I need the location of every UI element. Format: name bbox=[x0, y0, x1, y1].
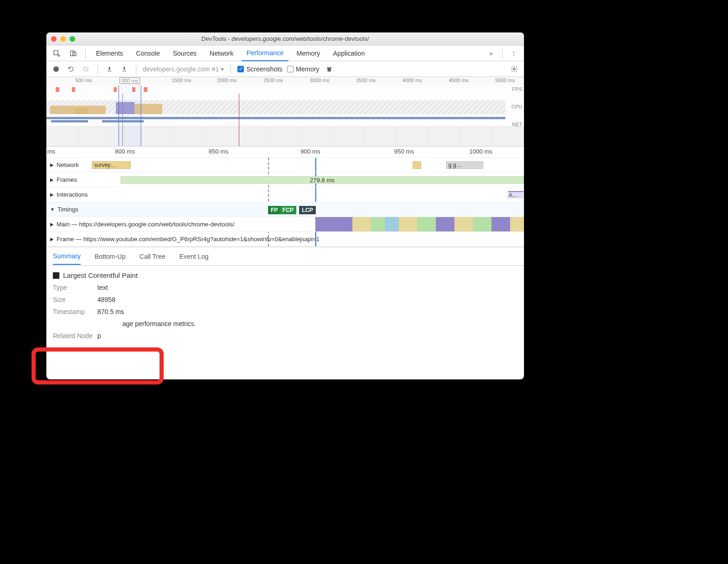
titlebar: DevTools - developers.google.com/web/too… bbox=[46, 32, 524, 45]
clear-icon[interactable] bbox=[81, 64, 91, 74]
tab-memory[interactable]: Memory bbox=[292, 45, 325, 61]
expand-icon[interactable]: ▶ bbox=[50, 192, 54, 197]
timeline-overview[interactable]: 500 ms 000 ms 1500 ms 2000 ms 2500 ms 30… bbox=[46, 77, 524, 147]
divider bbox=[97, 64, 98, 74]
expand-icon[interactable]: ▶ bbox=[50, 177, 54, 182]
perf-toolbar: developers.google.com #1 ▾ ✓Screenshots … bbox=[46, 61, 524, 77]
lcp-badge[interactable]: LCP bbox=[299, 206, 316, 214]
color-marker bbox=[53, 272, 59, 279]
overflow-icon[interactable]: » bbox=[485, 47, 498, 60]
frame-bar[interactable]: 279.6 ms bbox=[121, 176, 524, 184]
upload-icon[interactable] bbox=[104, 64, 115, 74]
kebab-icon[interactable]: ⋮ bbox=[507, 47, 520, 60]
expand-icon[interactable]: ▶ bbox=[50, 162, 54, 167]
recording-select[interactable]: developers.google.com #1 ▾ bbox=[143, 65, 224, 73]
fp-badge[interactable]: FP bbox=[268, 206, 281, 214]
fps-lane bbox=[46, 87, 505, 92]
result-tabs: Summary Bottom-Up Call Tree Event Log bbox=[46, 247, 524, 266]
divider bbox=[502, 48, 503, 58]
tab-summary[interactable]: Summary bbox=[53, 248, 81, 265]
tab-console[interactable]: Console bbox=[131, 45, 164, 61]
summary-panel: Largest Contentful Paint Typetext Size48… bbox=[46, 266, 524, 345]
expand-icon[interactable]: ▶ bbox=[50, 237, 54, 242]
main-tabs: Elements Console Sources Network Perform… bbox=[46, 45, 524, 61]
screenshots-checkbox[interactable]: ✓Screenshots bbox=[237, 65, 282, 73]
overview-marker-red bbox=[239, 94, 239, 146]
tab-elements[interactable]: Elements bbox=[91, 45, 128, 61]
overview-marker bbox=[122, 94, 123, 146]
network-item[interactable]: survey… bbox=[92, 161, 131, 169]
cpu-lane bbox=[46, 100, 505, 114]
frames-track[interactable]: ▶ Frames 279.6 ms bbox=[46, 173, 524, 187]
task-bars[interactable] bbox=[315, 217, 524, 231]
network-item[interactable]: g g… bbox=[446, 161, 483, 169]
divider bbox=[230, 64, 231, 74]
frame-track[interactable]: ▶ Frame — https://www.youtube.com/embed/… bbox=[46, 232, 524, 247]
interaction-item[interactable]: A… bbox=[508, 191, 524, 199]
record-icon[interactable] bbox=[51, 64, 61, 74]
tab-calltree[interactable]: Call Tree bbox=[140, 249, 166, 264]
network-item[interactable] bbox=[413, 161, 421, 169]
expand-icon[interactable]: ▶ bbox=[50, 222, 54, 227]
network-track[interactable]: ▶ Network survey… g g… bbox=[46, 158, 524, 173]
interactions-track[interactable]: ▶ Interactions A… bbox=[46, 187, 524, 202]
divider bbox=[85, 48, 86, 58]
flame-ticks: ms 800 ms 850 ms 900 ms 950 ms 1000 ms bbox=[46, 147, 524, 158]
timings-track[interactable]: ▼ Timings FP FCP LCP bbox=[46, 202, 524, 217]
reload-icon[interactable] bbox=[66, 64, 76, 74]
download-icon[interactable] bbox=[119, 64, 129, 74]
memory-checkbox[interactable]: Memory bbox=[287, 65, 319, 73]
details-text: age performance metrics. bbox=[122, 320, 517, 327]
related-node-link[interactable]: p bbox=[97, 332, 101, 340]
tab-eventlog[interactable]: Event Log bbox=[179, 249, 209, 264]
checkbox-icon: ✓ bbox=[237, 66, 244, 72]
overview-ticks: 500 ms 000 ms 1500 ms 2000 ms 2500 ms 30… bbox=[46, 77, 524, 85]
tab-bottomup[interactable]: Bottom-Up bbox=[95, 249, 126, 264]
trash-icon[interactable] bbox=[324, 64, 334, 74]
collapse-icon[interactable]: ▼ bbox=[50, 207, 55, 212]
tab-sources[interactable]: Sources bbox=[168, 45, 201, 61]
tab-network[interactable]: Network bbox=[205, 45, 238, 61]
device-toggle-icon[interactable] bbox=[67, 47, 80, 60]
net-lane bbox=[46, 117, 505, 122]
tab-performance[interactable]: Performance bbox=[242, 45, 288, 61]
tab-application[interactable]: Application bbox=[328, 45, 370, 61]
dropdown-icon: ▾ bbox=[221, 65, 224, 73]
window-title: DevTools - developers.google.com/web/too… bbox=[46, 35, 524, 42]
gear-icon[interactable] bbox=[509, 64, 519, 74]
inspect-icon[interactable] bbox=[50, 47, 63, 60]
summary-title: Largest Contentful Paint bbox=[53, 271, 517, 279]
fcp-badge[interactable]: FCP bbox=[280, 206, 296, 214]
checkbox-icon bbox=[287, 66, 294, 72]
flamechart[interactable]: ms 800 ms 850 ms 900 ms 950 ms 1000 ms ▶… bbox=[46, 147, 524, 247]
divider bbox=[136, 64, 136, 74]
svg-point-3 bbox=[53, 66, 59, 72]
devtools-window: DevTools - developers.google.com/web/too… bbox=[46, 32, 524, 379]
svg-point-5 bbox=[513, 68, 515, 70]
overview-selection[interactable] bbox=[118, 85, 141, 146]
main-track[interactable]: ▶ Main — https://developers.google.com/w… bbox=[46, 217, 524, 232]
